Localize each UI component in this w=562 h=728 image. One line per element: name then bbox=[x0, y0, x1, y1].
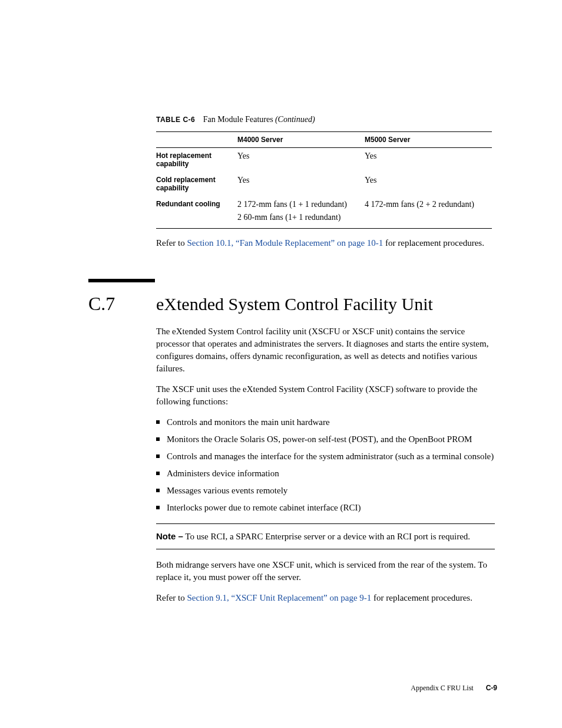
cell: Yes bbox=[365, 148, 492, 172]
list-item: Controls and manages the interface for t… bbox=[156, 450, 495, 463]
list-item: Controls and monitors the main unit hard… bbox=[156, 416, 495, 429]
both-para: Both midrange servers have one XSCF unit… bbox=[156, 559, 495, 584]
cell-line: 2 60-mm fans (1+ 1 redundant) bbox=[237, 213, 360, 222]
text: Refer to bbox=[156, 593, 187, 602]
section-heading: C.7 eXtended System Control Facility Uni… bbox=[88, 293, 497, 315]
table-row: Hot replacement capability Yes Yes bbox=[156, 148, 492, 172]
list-item: Administers device information bbox=[156, 467, 495, 480]
note-text: To use RCI, a SPARC Enterprise server or… bbox=[183, 532, 470, 541]
cell: 2 172-mm fans (1 + 1 redundant) 2 60-mm … bbox=[237, 196, 365, 229]
table-title: Fan Module Features bbox=[203, 115, 273, 124]
row-label: Hot replacement capability bbox=[156, 148, 237, 172]
table-label: TABLE C-6 bbox=[156, 116, 195, 124]
footer-appendix: Appendix C FRU List bbox=[411, 684, 473, 692]
refer-para-10: Refer to Section 10.1, “Fan Module Repla… bbox=[156, 237, 495, 249]
cell: Yes bbox=[365, 172, 492, 196]
text: for replacement procedures. bbox=[383, 238, 484, 248]
footer-pagenum: C-9 bbox=[486, 684, 497, 692]
section-number: C.7 bbox=[88, 293, 156, 315]
row-label: Redundant cooling bbox=[156, 196, 237, 229]
section-rule bbox=[88, 279, 155, 282]
row-label: Cold replacement capability bbox=[156, 172, 237, 196]
cell: Yes bbox=[237, 148, 365, 172]
list-item: Messages various events remotely bbox=[156, 485, 495, 497]
text: Refer to bbox=[156, 238, 187, 248]
cell: Yes bbox=[237, 172, 365, 196]
table-row: Cold replacement capability Yes Yes bbox=[156, 172, 492, 196]
cell-line: 2 172-mm fans (1 + 1 redundant) bbox=[237, 200, 360, 209]
list-item: Monitors the Oracle Solaris OS, power-on… bbox=[156, 433, 495, 446]
text: for replacement procedures. bbox=[371, 593, 472, 602]
cell: 4 172-mm fans (2 + 2 redundant) bbox=[365, 196, 492, 229]
page-footer: Appendix C FRU List C-9 bbox=[411, 684, 497, 693]
list-item: Interlocks power due to remote cabinet i… bbox=[156, 502, 495, 514]
table-row: Redundant cooling 2 172-mm fans (1 + 1 r… bbox=[156, 196, 492, 229]
xref-link[interactable]: Section 9.1, “XSCF Unit Replacement” on … bbox=[187, 593, 371, 602]
func-para: The XSCF unit uses the eXtended System C… bbox=[156, 383, 495, 408]
bullet-list: Controls and monitors the main unit hard… bbox=[156, 416, 495, 514]
note-label: Note – bbox=[156, 531, 183, 541]
note-box: Note – To use RCI, a SPARC Enterprise se… bbox=[156, 523, 495, 549]
col-m4000: M4000 Server bbox=[237, 132, 365, 148]
section-title: eXtended System Control Facility Unit bbox=[156, 294, 433, 314]
feature-table: M4000 Server M5000 Server Hot replacemen… bbox=[156, 131, 492, 229]
refer-para-9: Refer to Section 9.1, “XSCF Unit Replace… bbox=[156, 592, 495, 604]
xref-link[interactable]: Section 10.1, “Fan Module Replacement” o… bbox=[187, 238, 383, 248]
table-caption: TABLE C-6 Fan Module Features (Continued… bbox=[156, 115, 497, 124]
col-m5000: M5000 Server bbox=[365, 132, 492, 148]
table-continued: (Continued) bbox=[275, 115, 315, 124]
col-blank bbox=[156, 132, 237, 148]
intro-para: The eXtended System Control facility uni… bbox=[156, 325, 495, 375]
